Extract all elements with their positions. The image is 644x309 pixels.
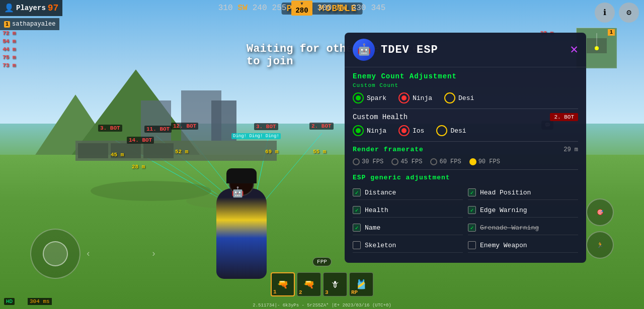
radio-circle-spark bbox=[353, 92, 364, 104]
fps-buttons: 30 FPS 45 FPS 60 FPS 90 FPS bbox=[353, 158, 578, 165]
esp-label-weapon: Enemy Weapon bbox=[480, 242, 527, 249]
dist-label-3: 28 m bbox=[132, 164, 145, 170]
bot-label-2: 11. BOT bbox=[144, 126, 172, 133]
esp-checkbox-grenade: ✓ bbox=[468, 224, 476, 232]
tdev-close-button[interactable]: ✕ bbox=[570, 43, 578, 56]
radio-circle-ninja-1 bbox=[398, 92, 410, 104]
radio-ninja-2[interactable]: Ninja bbox=[353, 125, 386, 136]
fps-90[interactable]: 90 FPS bbox=[469, 158, 500, 165]
compass-310: 310 bbox=[218, 4, 233, 13]
fps-45[interactable]: 45 FPS bbox=[391, 158, 422, 165]
players-number: 97 bbox=[48, 3, 59, 13]
game-info: 2.511734|- 6k3yPs - 5r2S5ZA* |E+ 2023/03… bbox=[253, 303, 391, 308]
radio-ios[interactable]: Ios bbox=[398, 125, 424, 136]
settings-button[interactable]: ⚙ bbox=[619, 3, 639, 23]
divider-1 bbox=[353, 109, 578, 109]
esp-edge-warning[interactable]: ✓ Edge Warning bbox=[468, 203, 578, 218]
esp-checkbox-distance: ✓ bbox=[353, 188, 361, 196]
minimap-badge: 1 bbox=[608, 29, 615, 36]
divider-2 bbox=[353, 141, 578, 142]
esp-label-name: Name bbox=[365, 224, 380, 232]
radio-dot-desi-1 bbox=[447, 95, 452, 100]
radio-desi-2[interactable]: Desi bbox=[436, 125, 466, 136]
inv-slot-1[interactable]: 🔫 1 bbox=[271, 272, 295, 296]
fps-60[interactable]: 60 FPS bbox=[430, 158, 461, 165]
inv-icon-3: 🗡 bbox=[331, 279, 340, 290]
joystick[interactable] bbox=[30, 229, 80, 279]
info-button[interactable]: ℹ bbox=[595, 3, 615, 23]
fps-90-label: 90 FPS bbox=[478, 158, 500, 165]
tdev-esp-panel: 🤖 TDEV ESP ✕ Enemy Count Adjustment Cust… bbox=[345, 33, 586, 263]
radio-circle-ios bbox=[398, 125, 410, 136]
bot-label-5: 3. BOT bbox=[254, 123, 278, 130]
radio-dot-ios bbox=[401, 128, 407, 133]
action-btn-2[interactable]: 🏃 bbox=[586, 231, 614, 259]
fps-section-label: Render framerate bbox=[353, 146, 424, 153]
nav-arrow-left[interactable]: ‹ bbox=[86, 249, 91, 259]
esp-skeleton[interactable]: Skeleton bbox=[353, 238, 463, 253]
radio-group-2: Ninja Ios Desi bbox=[353, 125, 578, 136]
dist-label-2: 52 m bbox=[175, 149, 188, 155]
esp-distance[interactable]: ✓ Distance bbox=[353, 185, 463, 200]
side-dist-2: 54 m bbox=[3, 38, 16, 44]
compass-255: 255 bbox=[272, 4, 287, 13]
players-count-bar: 👤 Players 97 bbox=[0, 0, 62, 16]
joystick-outer bbox=[30, 229, 80, 279]
esp-grenade-warning[interactable]: ✓ Grenade Warning bbox=[468, 221, 578, 235]
nav-arrow-right[interactable]: › bbox=[151, 249, 156, 259]
radio-label-desi-1: Desi bbox=[458, 94, 474, 102]
side-dist-4: 75 m bbox=[3, 54, 16, 60]
players-label: Players bbox=[16, 4, 46, 12]
side-dist-3: 44 m bbox=[3, 46, 16, 52]
dist-label-4: 69 m bbox=[265, 149, 278, 155]
hud-top-bar: 👤 Players 97 310 SW 240 255 ▼ 280 300 NW… bbox=[0, 0, 644, 16]
joystick-inner bbox=[43, 241, 68, 266]
inventory-bar: 🔫 1 🔫 2 🗡 3 🎽 RP bbox=[271, 272, 373, 296]
esp-health[interactable]: ✓ Health bbox=[353, 203, 463, 218]
radio-label-spark: Spark bbox=[367, 94, 386, 102]
radio-label-desi-2: Desi bbox=[450, 127, 466, 135]
action-btn-1[interactable]: 🎯 bbox=[586, 198, 614, 226]
radio-circle-desi-2 bbox=[436, 125, 447, 136]
inv-slot-rp[interactable]: 🎽 RP bbox=[349, 272, 373, 296]
esp-section-title: ESP generic adjustment bbox=[353, 174, 578, 181]
divider-3 bbox=[353, 169, 578, 170]
esp-checkbox-name: ✓ bbox=[353, 224, 361, 232]
esp-enemy-weapon[interactable]: Enemy Weapon bbox=[468, 238, 578, 253]
esp-checkbox-skeleton bbox=[353, 241, 361, 249]
radio-spark[interactable]: Spark bbox=[353, 92, 386, 104]
esp-name[interactable]: ✓ Name bbox=[353, 221, 463, 235]
radio-desi-1[interactable]: Desi bbox=[444, 92, 474, 104]
inv-slot-3[interactable]: 🗡 3 bbox=[323, 272, 347, 296]
esp-checkbox-head: ✓ bbox=[468, 188, 476, 196]
ms-badge: 304 ms bbox=[28, 298, 52, 305]
player-silhouette-icon: 👤 bbox=[4, 3, 14, 13]
fps-radio-60 bbox=[430, 158, 437, 165]
esp-label-grenade: Grenade Warning bbox=[480, 224, 539, 232]
radio-label-ninja-2: Ninja bbox=[367, 127, 386, 135]
esp-grid: ✓ Distance ✓ Head Position ✓ Health ✓ Ed… bbox=[353, 185, 578, 253]
tdev-header: 🤖 TDEV ESP ✕ bbox=[345, 33, 586, 67]
inv-icon-rp: 🎽 bbox=[356, 279, 367, 290]
fps-30[interactable]: 30 FPS bbox=[353, 158, 383, 165]
bot-badge: 2. BOT bbox=[550, 113, 578, 121]
compass-345: 345 bbox=[371, 4, 385, 13]
radio-dot-ninja-1 bbox=[401, 95, 407, 100]
radio-circle-ninja-2 bbox=[353, 125, 364, 136]
radio-ninja-1[interactable]: Ninja bbox=[398, 92, 432, 104]
compass-240: 240 bbox=[253, 4, 267, 13]
fps-radio-30 bbox=[353, 158, 360, 165]
esp-label-edge: Edge Warning bbox=[480, 207, 527, 214]
section1-title: Enemy Count Adjustment bbox=[353, 72, 578, 80]
inv-icon-2: 🔫 bbox=[303, 279, 314, 290]
inv-slot-2[interactable]: 🔫 2 bbox=[297, 272, 321, 296]
tdev-title: TDEV ESP bbox=[381, 44, 564, 56]
custom-health-label: Custom Health bbox=[353, 113, 550, 121]
esp-head-position[interactable]: ✓ Head Position bbox=[468, 185, 578, 200]
fps-60-label: 60 FPS bbox=[439, 158, 461, 165]
radio-label-ios: Ios bbox=[413, 127, 424, 135]
fps-30-label: 30 FPS bbox=[362, 158, 383, 165]
fpp-button[interactable]: FPP bbox=[312, 257, 332, 266]
bot-label-4: 14. BOT bbox=[127, 137, 154, 144]
fps-right-value: 29 m bbox=[564, 146, 578, 153]
